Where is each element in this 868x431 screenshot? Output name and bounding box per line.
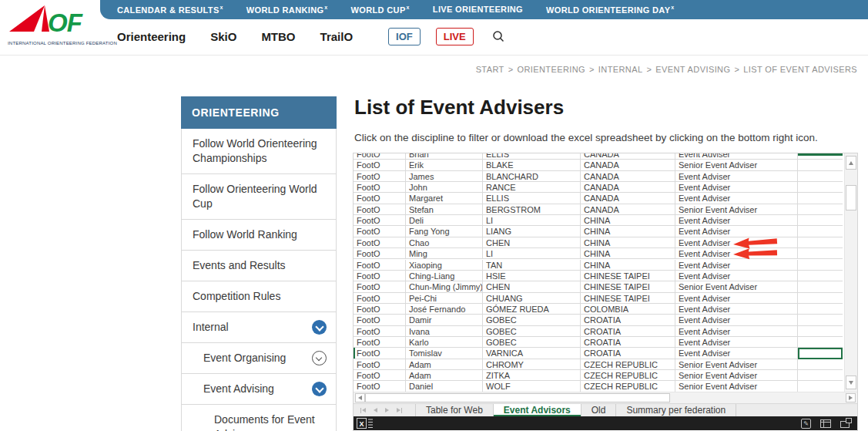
spreadsheet-cell[interactable]: Margaret — [406, 193, 483, 203]
spreadsheet-cell[interactable]: COLOMBIA — [581, 304, 675, 314]
spreadsheet-cell[interactable]: John — [406, 182, 483, 192]
spreadsheet-cell[interactable]: CANADA — [581, 182, 675, 192]
spreadsheet-cell[interactable]: Pei-Chi — [406, 293, 483, 303]
spreadsheet-cell[interactable]: Chao — [406, 237, 483, 247]
vertical-scroll-thumb[interactable] — [846, 185, 856, 210]
spreadsheet-cell[interactable]: CANADA — [581, 171, 675, 181]
spreadsheet-cell[interactable]: GOBEC — [483, 315, 581, 325]
view-table-icon[interactable] — [820, 419, 831, 428]
spreadsheet-cell[interactable]: Fang Yong — [406, 226, 483, 236]
spreadsheet-cell[interactable]: LIANG — [483, 226, 581, 236]
spreadsheet-cell[interactable]: Senior Event Adviser — [675, 381, 798, 391]
spreadsheet-cell[interactable]: FootO — [354, 326, 406, 336]
next-sheet-button[interactable] — [385, 408, 389, 412]
spreadsheet-cell[interactable]: GÓMEZ RUEDA — [483, 304, 581, 314]
spreadsheet-cell[interactable]: FootO — [354, 304, 406, 314]
spreadsheet-cell[interactable]: FootO — [354, 215, 406, 225]
sidebar-item-event-advising[interactable]: Event Advising — [182, 374, 336, 405]
spreadsheet-cell[interactable]: ZITKA — [483, 370, 581, 380]
spreadsheet-cell[interactable]: Event Adviser — [675, 171, 798, 181]
top-nav-item-world-orienteering-day[interactable]: WORLD ORIENTEERING DAYx — [546, 5, 675, 15]
spreadsheet-cell[interactable]: BERGSTROM — [483, 204, 581, 214]
spreadsheet-cell[interactable] — [798, 153, 843, 159]
horizontal-scroll-thumb[interactable] — [365, 393, 670, 402]
spreadsheet-cell[interactable] — [798, 182, 843, 192]
scroll-up-button[interactable] — [846, 156, 856, 170]
spreadsheet-cell[interactable]: FootO — [354, 359, 406, 369]
spreadsheet-cell[interactable]: Tomislav — [406, 348, 483, 358]
spreadsheet-cell[interactable]: CHINA — [581, 260, 675, 270]
spreadsheet-cell[interactable]: FootO — [354, 348, 406, 358]
spreadsheet-cell[interactable]: Event Adviser — [675, 326, 798, 336]
spreadsheet-cell[interactable]: James — [406, 171, 483, 181]
spreadsheet-cell[interactable]: Senior Event Adviser — [675, 204, 798, 214]
spreadsheet-cell[interactable]: FootO — [354, 160, 406, 170]
spreadsheet-cell[interactable] — [798, 370, 843, 380]
spreadsheet-cell[interactable]: FootO — [354, 204, 406, 214]
spreadsheet-cell[interactable]: Stefan — [406, 204, 483, 214]
spreadsheet-cell[interactable]: Event Adviser — [675, 248, 798, 258]
popout-icon[interactable] — [840, 421, 850, 428]
edit-workbook-icon[interactable] — [801, 419, 811, 429]
spreadsheet-cell[interactable]: Ching-Liang — [406, 271, 483, 281]
spreadsheet-cell[interactable]: CHUANG — [483, 293, 581, 303]
spreadsheet-cell[interactable]: Ming — [406, 248, 483, 258]
sidebar-item-competition-rules[interactable]: Competition Rules — [182, 281, 336, 312]
chevron-down-icon[interactable] — [312, 382, 327, 396]
spreadsheet-cell[interactable]: GOBEC — [483, 326, 581, 336]
breadcrumb-item-event-advising[interactable]: EVENT ADVISING — [655, 65, 730, 74]
spreadsheet-cell[interactable]: BLANCHARD — [483, 171, 581, 181]
spreadsheet-cell[interactable]: CHINA — [581, 226, 675, 236]
breadcrumb-item-start[interactable]: START — [476, 65, 504, 74]
spreadsheet-cell[interactable] — [798, 271, 843, 281]
spreadsheet-cell[interactable]: HSIE — [483, 271, 581, 281]
spreadsheet-cell[interactable] — [798, 326, 843, 336]
spreadsheet-cell[interactable]: FootO — [354, 260, 406, 270]
spreadsheet-cell[interactable]: GOBEC — [483, 337, 581, 347]
spreadsheet-cell[interactable] — [798, 315, 843, 325]
breadcrumb-item-internal[interactable]: INTERNAL — [598, 65, 643, 74]
chevron-down-icon[interactable] — [312, 320, 327, 335]
sheet-tab-old[interactable]: Old — [581, 404, 617, 416]
top-nav-item-world-ranking[interactable]: WORLD RANKINGx — [246, 5, 328, 15]
sheet-tab-summary-per-federation[interactable]: Summary per federation — [616, 404, 736, 416]
spreadsheet-cell[interactable]: FootO — [354, 153, 406, 159]
spreadsheet-cell[interactable]: Event Adviser — [675, 293, 798, 303]
spreadsheet-cell[interactable]: CHINA — [581, 237, 675, 247]
spreadsheet-cell[interactable]: FootO — [354, 193, 406, 203]
spreadsheet-cell[interactable] — [798, 226, 843, 236]
nav-item-skio[interactable]: SkiO — [210, 30, 236, 43]
spreadsheet-cell[interactable]: CHROMY — [483, 359, 581, 369]
spreadsheet-cell[interactable]: FootO — [354, 293, 406, 303]
spreadsheet-cell[interactable]: Erik — [406, 160, 483, 170]
spreadsheet-cell[interactable]: Event Adviser — [675, 193, 798, 203]
spreadsheet-cell[interactable]: Xiaoping — [406, 260, 483, 270]
spreadsheet-cell[interactable]: VARNICA — [483, 348, 581, 358]
spreadsheet-cell[interactable]: Senior Event Adviser — [675, 160, 798, 170]
spreadsheet-cell[interactable]: José Fernando — [406, 304, 483, 314]
spreadsheet-cell[interactable]: FootO — [354, 271, 406, 281]
spreadsheet-cell[interactable]: CHEN — [483, 237, 581, 247]
spreadsheet-cell[interactable]: Adam — [406, 370, 483, 380]
spreadsheet-cell[interactable]: FootO — [354, 248, 406, 258]
spreadsheet-cell[interactable]: CHINESE TAIPEI — [581, 271, 675, 281]
spreadsheet-cell[interactable] — [798, 204, 843, 214]
spreadsheet-cell[interactable] — [798, 348, 843, 358]
spreadsheet-cell[interactable]: CANADA — [581, 160, 675, 170]
spreadsheet-cell[interactable]: ELLIS — [483, 193, 581, 203]
spreadsheet-cell[interactable]: CHINESE TAIPEI — [581, 281, 675, 291]
spreadsheet-cell[interactable]: Ivana — [406, 326, 483, 336]
iof-badge-button[interactable]: IOF — [388, 28, 421, 45]
spreadsheet-cell[interactable] — [798, 381, 843, 391]
top-nav-item-live-orienteering[interactable]: LIVE ORIENTEERING — [433, 5, 523, 15]
spreadsheet-cell[interactable]: Senior Event Adviser — [675, 281, 798, 291]
search-button[interactable] — [492, 30, 505, 43]
spreadsheet-cell[interactable]: Brian — [406, 153, 483, 159]
scroll-left-button[interactable] — [355, 393, 365, 402]
scroll-right-button[interactable] — [846, 393, 856, 402]
sidebar-item-documents-for-event-advisers[interactable]: Documents for Event Advisers — [182, 405, 336, 431]
previous-sheet-button[interactable] — [374, 408, 377, 412]
spreadsheet-cell[interactable]: CZECH REPUBLIC — [581, 370, 675, 380]
chevron-down-icon[interactable] — [312, 351, 327, 365]
spreadsheet-cell[interactable]: Damir — [406, 315, 483, 325]
